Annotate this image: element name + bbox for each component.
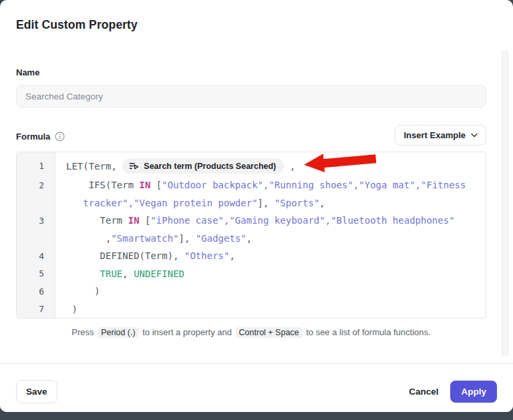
code-token: IFS(Term	[66, 180, 140, 190]
kbd-period: Period (.)	[98, 327, 138, 338]
code-token: ,	[284, 161, 295, 172]
line-number: 6	[17, 286, 55, 296]
code-token: IN	[140, 180, 151, 190]
name-input[interactable]	[16, 85, 486, 108]
code-token: )	[66, 304, 77, 314]
dialog-body: Name Formula Insert Example	[0, 67, 513, 337]
code-token: ,	[122, 268, 134, 279]
code-line[interactable]: Term IN ["iPhone case","Gaming keyboard"…	[55, 215, 455, 226]
formula-label: Formula	[16, 132, 50, 142]
property-pill[interactable]: Search term (Products Searched)	[122, 158, 284, 174]
hint-prefix: Press	[71, 327, 94, 337]
code-token	[66, 268, 100, 279]
hint-middle: to insert a property and	[142, 327, 232, 337]
line-number: 3	[17, 216, 55, 226]
code-row: 3 Term IN ["iPhone case","Gaming keyboar…	[17, 212, 486, 230]
scrollbar[interactable]	[502, 51, 508, 356]
code-row: 6 )	[17, 282, 486, 300]
code-token: UNDEFINED	[134, 268, 184, 279]
code-token: "iPhone case","Gaming keyboard","Bluetoo…	[150, 215, 454, 226]
code-token: LET(Term,	[66, 161, 122, 172]
editor-hint: Press Period (.) to insert a property an…	[16, 327, 486, 337]
code-token: Term	[66, 215, 128, 226]
code-token: "Others"	[184, 250, 229, 261]
formula-header: Formula Insert Example	[16, 125, 486, 146]
code-token	[66, 198, 83, 208]
insert-example-label: Insert Example	[404, 130, 466, 140]
dialog-footer: Save Cancel Apply	[0, 363, 513, 412]
edit-custom-property-dialog: Edit Custom Property Name Formula Insert…	[0, 0, 513, 412]
formula-label-wrap: Formula	[16, 132, 65, 146]
code-token: ,	[66, 233, 111, 244]
code-token: [	[150, 180, 162, 190]
code-row: ,"Smartwatch"], "Gadgets",	[17, 230, 486, 248]
line-number: 7	[17, 304, 55, 314]
property-pill-label: Search term (Products Searched)	[144, 162, 276, 171]
cancel-button[interactable]: Cancel	[402, 381, 445, 403]
code-token: TRUE	[100, 268, 123, 279]
code-token: "Outdoor backpack","Running shoes","Yoga…	[162, 180, 466, 190]
code-row: 5 TRUE, UNDEFINED	[17, 265, 486, 283]
hint-suffix: to see a list of formula functions.	[306, 327, 430, 337]
info-circle-icon[interactable]	[55, 132, 65, 142]
code-row: 2 IFS(Term IN ["Outdoor backpack","Runni…	[17, 176, 486, 194]
code-token: ,	[246, 233, 252, 244]
code-token: ,	[319, 198, 325, 208]
code-token: ],	[258, 198, 275, 208]
code-line[interactable]: tracker","Vegan protein powder"], "Sport…	[55, 198, 325, 208]
line-number: 5	[17, 268, 55, 278]
line-number: 2	[17, 180, 55, 190]
code-line[interactable]: ,"Smartwatch"], "Gadgets",	[55, 233, 252, 244]
dialog-title: Edit Custom Property	[16, 18, 497, 32]
kbd-control-space: Control + Space	[236, 327, 303, 338]
code-row: tracker","Vegan protein powder"], "Sport…	[17, 194, 486, 212]
code-line[interactable]: IFS(Term IN ["Outdoor backpack","Running…	[55, 180, 466, 190]
code-row: 7 )	[17, 300, 486, 319]
code-token: [	[140, 215, 151, 226]
code-token: "Sports"	[275, 198, 319, 208]
formula-editor[interactable]: 1LET(Term, Search term (Products Searche…	[16, 152, 486, 319]
code-token: )	[66, 286, 100, 296]
code-token: IN	[128, 215, 140, 226]
code-line[interactable]: )	[55, 286, 100, 296]
code-token: tracker","Vegan protein powder"	[83, 198, 257, 208]
code-line[interactable]: DEFINED(Term), "Others",	[55, 250, 235, 261]
code-line[interactable]: )	[55, 304, 77, 314]
code-row: 4 DEFINED(Term), "Others",	[17, 247, 486, 265]
insert-example-button[interactable]: Insert Example	[395, 125, 487, 146]
name-label: Name	[16, 67, 486, 77]
event-property-icon	[129, 161, 139, 171]
code-token: ],	[179, 233, 196, 244]
line-number: 4	[17, 251, 55, 261]
formula-code: 1LET(Term, Search term (Products Searche…	[17, 152, 486, 318]
code-token: ,	[229, 250, 234, 261]
code-token: "Smartwatch"	[111, 233, 178, 244]
code-line[interactable]: LET(Term, Search term (Products Searched…	[55, 158, 295, 174]
chevron-down-icon	[471, 133, 478, 138]
code-token: DEFINED(Term),	[66, 250, 184, 261]
dialog-header: Edit Custom Property	[0, 0, 513, 32]
line-number: 1	[17, 161, 55, 171]
code-token: "Gadgets"	[196, 233, 246, 244]
code-line[interactable]: TRUE, UNDEFINED	[55, 268, 184, 279]
save-button[interactable]: Save	[16, 380, 57, 403]
apply-button[interactable]: Apply	[450, 381, 497, 403]
code-row: 1LET(Term, Search term (Products Searche…	[17, 156, 486, 176]
